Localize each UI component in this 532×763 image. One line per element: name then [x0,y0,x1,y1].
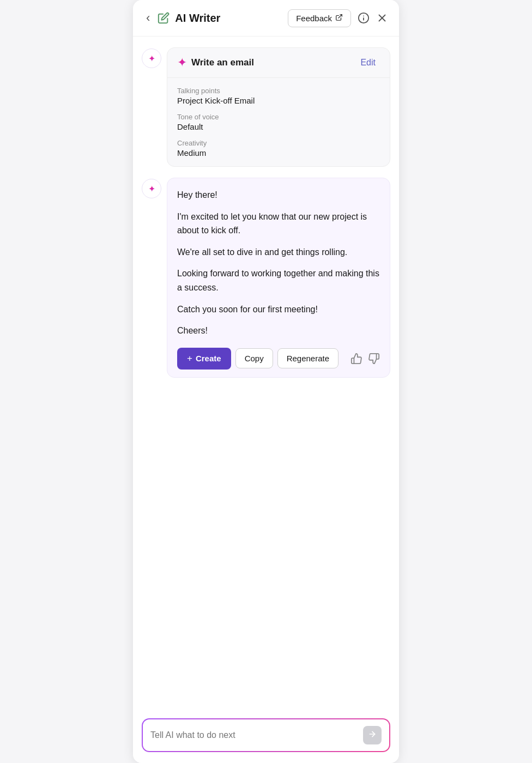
sparkle-title-icon: ✦ [177,56,187,70]
creativity-value: Medium [177,148,380,158]
creativity-label: Creativity [177,139,380,147]
response-row: ✦ Hey there! I'm excited to let you know… [142,178,390,378]
ai-input[interactable] [150,730,363,740]
response-body: Hey there! I'm excited to let you know t… [177,188,380,338]
external-link-icon [335,14,343,23]
prompt-card: ✦ Write an email Edit Talking points Pro… [167,47,390,167]
prompt-row: ✦ ✦ Write an email Edit Talking points P… [142,47,390,167]
header: ‹ AI Writer Feedback [133,0,399,37]
prompt-title-wrap: ✦ Write an email [177,56,254,70]
prompt-card-title: Write an email [191,57,254,68]
prompt-field-tone: Tone of voice Default [177,113,380,131]
response-para-1: I'm excited to let you know that our new… [177,210,380,238]
response-para-4: Catch you soon for our first meeting! [177,302,380,317]
back-button[interactable]: ‹ [144,9,152,27]
create-button[interactable]: + Create [177,348,231,370]
main-content: ✦ ✦ Write an email Edit Talking points P… [133,37,399,712]
app-title: AI Writer [175,12,220,25]
prompt-avatar: ✦ [142,49,161,68]
talking-points-label: Talking points [177,87,380,95]
response-avatar: ✦ [142,179,161,198]
svg-line-0 [338,14,342,17]
regenerate-button[interactable]: Regenerate [277,348,338,368]
response-actions: + Create Copy Regenerate [177,348,380,370]
prompt-card-body: Talking points Project Kick-off Email To… [167,78,390,166]
thumbup-button[interactable] [350,353,362,365]
talking-points-value: Project Kick-off Email [177,96,380,105]
sparkle-avatar-icon: ✦ [148,53,155,64]
response-para-3: Looking forward to working together and … [177,267,380,294]
app-container: ‹ AI Writer Feedback [133,0,399,763]
bottom-input-border [142,718,390,752]
action-buttons-right [350,353,380,365]
info-button[interactable] [358,12,370,24]
close-button[interactable] [376,12,388,24]
response-card: Hey there! I'm excited to let you know t… [167,178,390,378]
send-button[interactable] [363,726,382,744]
back-icon: ‹ [146,11,150,25]
response-para-0: Hey there! [177,188,380,202]
feedback-button[interactable]: Feedback [288,9,351,27]
tone-label: Tone of voice [177,113,380,121]
response-para-2: We're all set to dive in and get things … [177,245,380,259]
bottom-input-wrap [133,712,399,763]
prompt-field-creativity: Creativity Medium [177,139,380,158]
thumbdown-button[interactable] [368,353,380,365]
sparkle-response-icon: ✦ [148,184,155,194]
pencil-icon [158,12,170,24]
action-buttons-left: + Create Copy Regenerate [177,348,338,370]
edit-button[interactable]: Edit [356,56,380,70]
header-right: Feedback [288,9,388,27]
response-para-5: Cheers! [177,324,380,338]
send-icon [368,730,377,741]
copy-button[interactable]: Copy [235,348,273,368]
header-left: ‹ AI Writer [144,9,220,27]
tone-value: Default [177,122,380,131]
prompt-field-talking-points: Talking points Project Kick-off Email [177,87,380,105]
prompt-card-header: ✦ Write an email Edit [167,48,390,78]
feedback-label: Feedback [296,14,332,23]
create-plus-icon: + [187,353,192,364]
create-label: Create [196,354,221,363]
